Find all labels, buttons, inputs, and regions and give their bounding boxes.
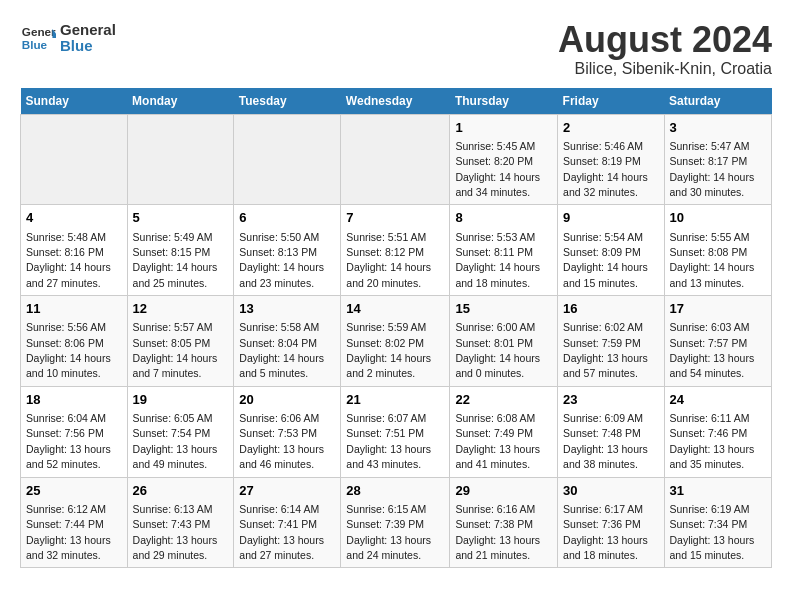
day-number: 8 xyxy=(455,209,552,227)
calendar-cell: 31Sunrise: 6:19 AM Sunset: 7:34 PM Dayli… xyxy=(664,477,772,568)
day-header-monday: Monday xyxy=(127,88,234,115)
logo-general-text: General xyxy=(60,22,116,39)
day-header-friday: Friday xyxy=(558,88,664,115)
calendar-cell: 14Sunrise: 5:59 AM Sunset: 8:02 PM Dayli… xyxy=(341,296,450,387)
day-header-thursday: Thursday xyxy=(450,88,558,115)
calendar-cell: 30Sunrise: 6:17 AM Sunset: 7:36 PM Dayli… xyxy=(558,477,664,568)
day-info: Sunrise: 5:57 AM Sunset: 8:05 PM Dayligh… xyxy=(133,321,218,379)
day-number: 5 xyxy=(133,209,229,227)
calendar-cell xyxy=(21,114,128,205)
day-info: Sunrise: 6:02 AM Sunset: 7:59 PM Dayligh… xyxy=(563,321,648,379)
day-info: Sunrise: 6:04 AM Sunset: 7:56 PM Dayligh… xyxy=(26,412,111,470)
svg-text:General: General xyxy=(22,25,56,38)
calendar-cell: 3Sunrise: 5:47 AM Sunset: 8:17 PM Daylig… xyxy=(664,114,772,205)
day-info: Sunrise: 5:59 AM Sunset: 8:02 PM Dayligh… xyxy=(346,321,431,379)
calendar-cell: 6Sunrise: 5:50 AM Sunset: 8:13 PM Daylig… xyxy=(234,205,341,296)
day-number: 12 xyxy=(133,300,229,318)
day-info: Sunrise: 5:45 AM Sunset: 8:20 PM Dayligh… xyxy=(455,140,540,198)
calendar-cell: 12Sunrise: 5:57 AM Sunset: 8:05 PM Dayli… xyxy=(127,296,234,387)
day-header-saturday: Saturday xyxy=(664,88,772,115)
day-number: 17 xyxy=(670,300,767,318)
calendar-cell: 21Sunrise: 6:07 AM Sunset: 7:51 PM Dayli… xyxy=(341,386,450,477)
day-header-wednesday: Wednesday xyxy=(341,88,450,115)
calendar-cell: 10Sunrise: 5:55 AM Sunset: 8:08 PM Dayli… xyxy=(664,205,772,296)
day-info: Sunrise: 5:56 AM Sunset: 8:06 PM Dayligh… xyxy=(26,321,111,379)
day-number: 29 xyxy=(455,482,552,500)
day-info: Sunrise: 6:16 AM Sunset: 7:38 PM Dayligh… xyxy=(455,503,540,561)
day-number: 11 xyxy=(26,300,122,318)
day-number: 2 xyxy=(563,119,658,137)
day-number: 15 xyxy=(455,300,552,318)
day-number: 26 xyxy=(133,482,229,500)
calendar-cell: 22Sunrise: 6:08 AM Sunset: 7:49 PM Dayli… xyxy=(450,386,558,477)
calendar-title: August 2024 xyxy=(558,20,772,60)
calendar-cell: 24Sunrise: 6:11 AM Sunset: 7:46 PM Dayli… xyxy=(664,386,772,477)
day-number: 6 xyxy=(239,209,335,227)
day-number: 22 xyxy=(455,391,552,409)
day-number: 19 xyxy=(133,391,229,409)
calendar-cell xyxy=(341,114,450,205)
calendar-cell: 16Sunrise: 6:02 AM Sunset: 7:59 PM Dayli… xyxy=(558,296,664,387)
calendar-cell: 4Sunrise: 5:48 AM Sunset: 8:16 PM Daylig… xyxy=(21,205,128,296)
logo-icon: General Blue xyxy=(20,20,56,56)
day-info: Sunrise: 6:08 AM Sunset: 7:49 PM Dayligh… xyxy=(455,412,540,470)
day-number: 20 xyxy=(239,391,335,409)
calendar-cell: 19Sunrise: 6:05 AM Sunset: 7:54 PM Dayli… xyxy=(127,386,234,477)
calendar-cell: 7Sunrise: 5:51 AM Sunset: 8:12 PM Daylig… xyxy=(341,205,450,296)
day-info: Sunrise: 6:17 AM Sunset: 7:36 PM Dayligh… xyxy=(563,503,648,561)
day-number: 4 xyxy=(26,209,122,227)
day-number: 25 xyxy=(26,482,122,500)
week-row-2: 4Sunrise: 5:48 AM Sunset: 8:16 PM Daylig… xyxy=(21,205,772,296)
week-row-1: 1Sunrise: 5:45 AM Sunset: 8:20 PM Daylig… xyxy=(21,114,772,205)
calendar-cell: 13Sunrise: 5:58 AM Sunset: 8:04 PM Dayli… xyxy=(234,296,341,387)
calendar-subtitle: Bilice, Sibenik-Knin, Croatia xyxy=(558,60,772,78)
calendar-cell: 11Sunrise: 5:56 AM Sunset: 8:06 PM Dayli… xyxy=(21,296,128,387)
day-number: 31 xyxy=(670,482,767,500)
title-block: August 2024 Bilice, Sibenik-Knin, Croati… xyxy=(558,20,772,78)
day-info: Sunrise: 5:47 AM Sunset: 8:17 PM Dayligh… xyxy=(670,140,755,198)
calendar-cell: 26Sunrise: 6:13 AM Sunset: 7:43 PM Dayli… xyxy=(127,477,234,568)
day-info: Sunrise: 5:50 AM Sunset: 8:13 PM Dayligh… xyxy=(239,231,324,289)
calendar-cell: 23Sunrise: 6:09 AM Sunset: 7:48 PM Dayli… xyxy=(558,386,664,477)
calendar-cell: 20Sunrise: 6:06 AM Sunset: 7:53 PM Dayli… xyxy=(234,386,341,477)
day-info: Sunrise: 6:14 AM Sunset: 7:41 PM Dayligh… xyxy=(239,503,324,561)
calendar-cell: 17Sunrise: 6:03 AM Sunset: 7:57 PM Dayli… xyxy=(664,296,772,387)
day-info: Sunrise: 5:54 AM Sunset: 8:09 PM Dayligh… xyxy=(563,231,648,289)
calendar-cell: 9Sunrise: 5:54 AM Sunset: 8:09 PM Daylig… xyxy=(558,205,664,296)
day-header-sunday: Sunday xyxy=(21,88,128,115)
calendar-cell: 1Sunrise: 5:45 AM Sunset: 8:20 PM Daylig… xyxy=(450,114,558,205)
day-header-tuesday: Tuesday xyxy=(234,88,341,115)
calendar-table: SundayMondayTuesdayWednesdayThursdayFrid… xyxy=(20,88,772,569)
calendar-cell: 18Sunrise: 6:04 AM Sunset: 7:56 PM Dayli… xyxy=(21,386,128,477)
calendar-cell: 5Sunrise: 5:49 AM Sunset: 8:15 PM Daylig… xyxy=(127,205,234,296)
day-info: Sunrise: 5:55 AM Sunset: 8:08 PM Dayligh… xyxy=(670,231,755,289)
week-row-5: 25Sunrise: 6:12 AM Sunset: 7:44 PM Dayli… xyxy=(21,477,772,568)
day-info: Sunrise: 5:49 AM Sunset: 8:15 PM Dayligh… xyxy=(133,231,218,289)
calendar-cell: 2Sunrise: 5:46 AM Sunset: 8:19 PM Daylig… xyxy=(558,114,664,205)
day-info: Sunrise: 6:00 AM Sunset: 8:01 PM Dayligh… xyxy=(455,321,540,379)
day-info: Sunrise: 6:06 AM Sunset: 7:53 PM Dayligh… xyxy=(239,412,324,470)
day-info: Sunrise: 5:48 AM Sunset: 8:16 PM Dayligh… xyxy=(26,231,111,289)
day-info: Sunrise: 6:07 AM Sunset: 7:51 PM Dayligh… xyxy=(346,412,431,470)
day-info: Sunrise: 6:12 AM Sunset: 7:44 PM Dayligh… xyxy=(26,503,111,561)
day-number: 30 xyxy=(563,482,658,500)
calendar-cell: 15Sunrise: 6:00 AM Sunset: 8:01 PM Dayli… xyxy=(450,296,558,387)
svg-text:Blue: Blue xyxy=(22,38,48,51)
day-number: 24 xyxy=(670,391,767,409)
calendar-cell: 29Sunrise: 6:16 AM Sunset: 7:38 PM Dayli… xyxy=(450,477,558,568)
day-info: Sunrise: 6:03 AM Sunset: 7:57 PM Dayligh… xyxy=(670,321,755,379)
day-info: Sunrise: 6:15 AM Sunset: 7:39 PM Dayligh… xyxy=(346,503,431,561)
day-number: 10 xyxy=(670,209,767,227)
week-row-4: 18Sunrise: 6:04 AM Sunset: 7:56 PM Dayli… xyxy=(21,386,772,477)
day-info: Sunrise: 5:51 AM Sunset: 8:12 PM Dayligh… xyxy=(346,231,431,289)
day-number: 14 xyxy=(346,300,444,318)
calendar-cell xyxy=(234,114,341,205)
day-info: Sunrise: 6:11 AM Sunset: 7:46 PM Dayligh… xyxy=(670,412,755,470)
page-header: General Blue General Blue August 2024 Bi… xyxy=(20,20,772,78)
day-number: 16 xyxy=(563,300,658,318)
day-header-row: SundayMondayTuesdayWednesdayThursdayFrid… xyxy=(21,88,772,115)
day-number: 13 xyxy=(239,300,335,318)
day-info: Sunrise: 5:46 AM Sunset: 8:19 PM Dayligh… xyxy=(563,140,648,198)
day-number: 21 xyxy=(346,391,444,409)
day-number: 27 xyxy=(239,482,335,500)
